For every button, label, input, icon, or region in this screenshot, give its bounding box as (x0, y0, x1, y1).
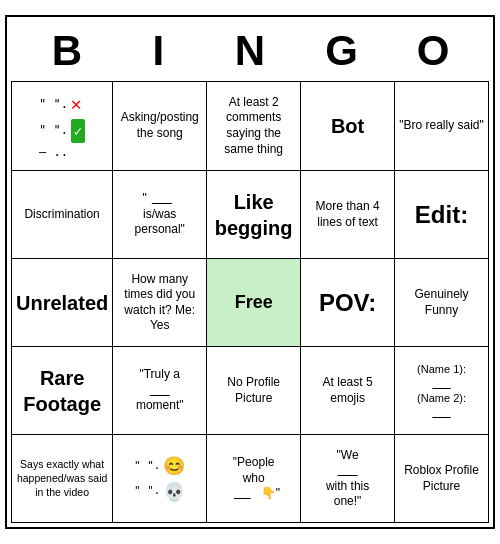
free-space-text: Free (235, 291, 273, 314)
cell-r5c3: "Peoplewho 👇" (207, 435, 301, 523)
cell-text: More than 4 lines of text (305, 199, 390, 230)
quote-icon-2: " ". (39, 121, 68, 140)
cell-r3c5: Genuinely Funny (395, 259, 489, 347)
cell-text: " is/waspersonal" (135, 191, 185, 238)
cell-text: "Peoplewho 👇" (227, 455, 280, 502)
x-icon: ✕ (71, 90, 82, 119)
cell-text: Discrimination (24, 207, 99, 223)
icon-row-2: " ". ✓ (39, 119, 85, 143)
cell-text: Roblox Profile Picture (399, 463, 484, 494)
bingo-grid: " ". ✕ " ". ✓ — .. Asking/posting the so… (11, 81, 489, 523)
cell-r3c3-free: Free (207, 259, 301, 347)
cell-text: "Truly a moment" (136, 367, 184, 414)
cell-r4c4: At least 5 emojis (301, 347, 395, 435)
cell-r5c5: Roblox Profile Picture (395, 435, 489, 523)
bingo-card: B I N G O " ". ✕ " ". ✓ — .. As (5, 15, 495, 529)
cell-text: How many times did you watch it? Me: Yes (117, 272, 202, 334)
cell-text: Edit: (415, 199, 468, 230)
cell-text: "Bro really said" (399, 118, 484, 134)
icon-row-3: — .. (39, 143, 68, 162)
cell-r2c4: More than 4 lines of text (301, 171, 395, 259)
cell-text: (Name 1): (Name 2): (417, 362, 466, 419)
quote-sym: " ". (134, 459, 161, 473)
cell-text: Rare Footage (16, 365, 108, 417)
cell-r4c2: "Truly a moment" (113, 347, 207, 435)
cell-r3c2: How many times did you watch it? Me: Yes (113, 259, 207, 347)
cell-text: Bot (331, 113, 364, 139)
cell-r1c2: Asking/posting the song (113, 82, 207, 171)
cell-r2c3: Like begging (207, 171, 301, 259)
cell-r2c5: Edit: (395, 171, 489, 259)
cell-r4c1: Rare Footage (12, 347, 113, 435)
cell-r4c5: (Name 1): (Name 2): (395, 347, 489, 435)
emoji-row-1: " ". 😊 (134, 454, 186, 477)
cell-r5c4: "We with thisone!" (301, 435, 395, 523)
cell-r2c2: " is/waspersonal" (113, 171, 207, 259)
smile-emoji: 😊 (163, 454, 185, 477)
cell-text: Genuinely Funny (399, 287, 484, 318)
cell-r5c2: " ". 😊 " ". 💀 (113, 435, 207, 523)
bingo-title: B I N G O (11, 21, 489, 81)
cell-r1c5: "Bro really said" (395, 82, 489, 171)
title-g: G (312, 27, 372, 75)
cell-text: At least 2 comments saying the same thin… (211, 95, 296, 157)
emoji-row-2: " ". 💀 (134, 480, 186, 503)
cell-r1c4: Bot (301, 82, 395, 171)
cell-r2c1: Discrimination (12, 171, 113, 259)
cell-r3c4: POV: (301, 259, 395, 347)
cell-text: Asking/posting the song (117, 110, 202, 141)
cell-r4c3: No Profile Picture (207, 347, 301, 435)
cell-text: Says exactly what happened/was said in t… (16, 458, 108, 499)
cell-text: At least 5 emojis (305, 375, 390, 406)
emoji-icons: " ". 😊 " ". 💀 (134, 454, 186, 503)
skull-emoji: 💀 (163, 480, 185, 503)
title-b: B (37, 27, 97, 75)
quote-icon: " ". (39, 95, 68, 114)
icon-row-1: " ". ✕ (39, 90, 82, 119)
check-icon: ✓ (71, 119, 85, 143)
cell-text: Like begging (211, 189, 296, 241)
cell-text: No Profile Picture (211, 375, 296, 406)
cell-r3c1: Unrelated (12, 259, 113, 347)
cell-text: "We with thisone!" (326, 448, 369, 510)
dash-icon: — .. (39, 143, 68, 162)
cell-r1c1: " ". ✕ " ". ✓ — .. (12, 82, 113, 171)
quote-sym-2: " ". (134, 484, 161, 498)
cell-text: POV: (319, 287, 376, 318)
cell-r1c3: At least 2 comments saying the same thin… (207, 82, 301, 171)
title-o: O (403, 27, 463, 75)
icons-marks: " ". ✕ " ". ✓ — .. (33, 86, 91, 166)
title-n: N (220, 27, 280, 75)
cell-r5c1: Says exactly what happened/was said in t… (12, 435, 113, 523)
cell-text: Unrelated (16, 290, 108, 316)
title-i: I (128, 27, 188, 75)
